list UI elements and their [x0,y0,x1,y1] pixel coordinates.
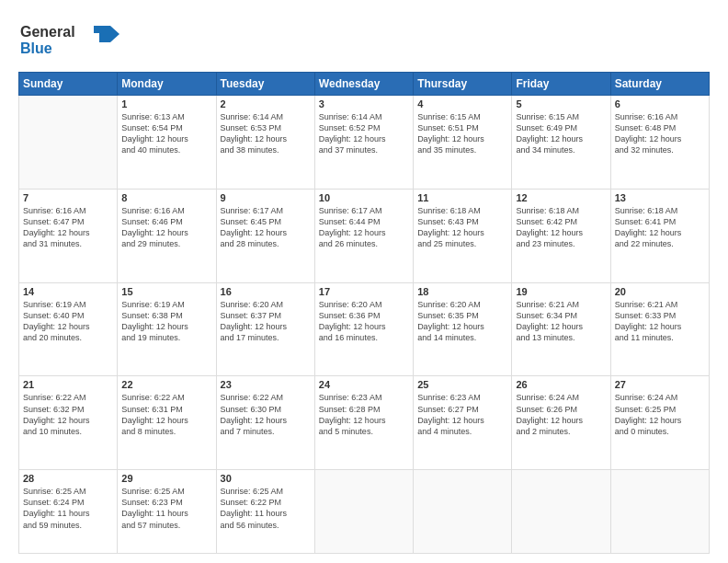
day-info: Sunrise: 6:17 AMSunset: 6:45 PMDaylight:… [221,205,311,250]
day-number: 6 [615,98,705,109]
header: General Blue [18,17,710,64]
day-number: 14 [23,286,113,297]
day-number: 24 [319,379,409,390]
day-info: Sunrise: 6:18 AMSunset: 6:42 PMDaylight:… [516,205,606,250]
calendar-cell [19,96,118,190]
day-number: 10 [319,192,409,203]
weekday-header-row: SundayMondayTuesdayWednesdayThursdayFrid… [19,73,710,96]
calendar-table: SundayMondayTuesdayWednesdayThursdayFrid… [18,72,710,554]
calendar-page: General Blue SundayMondayTuesdayWednesda… [0,0,728,563]
day-info: Sunrise: 6:14 AMSunset: 6:53 PMDaylight:… [221,111,311,156]
day-info: Sunrise: 6:22 AMSunset: 6:30 PMDaylight:… [221,392,311,437]
calendar-cell: 10Sunrise: 6:17 AMSunset: 6:44 PMDayligh… [314,189,413,282]
calendar-cell: 16Sunrise: 6:20 AMSunset: 6:37 PMDayligh… [216,282,314,376]
day-number: 15 [121,286,211,297]
day-number: 20 [615,286,705,297]
calendar-cell [414,470,512,554]
day-info: Sunrise: 6:16 AMSunset: 6:46 PMDaylight:… [121,205,211,250]
calendar-cell: 15Sunrise: 6:19 AMSunset: 6:38 PMDayligh… [118,282,216,376]
day-number: 8 [121,192,211,203]
week-row-1: 1Sunrise: 6:13 AMSunset: 6:54 PMDaylight… [19,96,710,190]
day-info: Sunrise: 6:19 AMSunset: 6:38 PMDaylight:… [121,299,211,344]
calendar-cell: 12Sunrise: 6:18 AMSunset: 6:42 PMDayligh… [512,189,610,282]
weekday-header-friday: Friday [512,73,610,96]
calendar-cell [610,470,709,554]
week-row-2: 7Sunrise: 6:16 AMSunset: 6:47 PMDaylight… [19,189,710,282]
calendar-cell: 21Sunrise: 6:22 AMSunset: 6:32 PMDayligh… [19,376,118,470]
calendar-cell: 7Sunrise: 6:16 AMSunset: 6:47 PMDaylight… [19,189,118,282]
day-number: 1 [121,98,211,109]
day-info: Sunrise: 6:14 AMSunset: 6:52 PMDaylight:… [319,111,409,156]
weekday-header-wednesday: Wednesday [314,73,413,96]
calendar-cell: 24Sunrise: 6:23 AMSunset: 6:28 PMDayligh… [314,376,413,470]
svg-marker-2 [94,26,110,42]
day-info: Sunrise: 6:24 AMSunset: 6:26 PMDaylight:… [516,392,606,437]
calendar-cell [314,470,413,554]
logo-svg: General Blue [18,17,119,61]
day-number: 3 [319,98,409,109]
calendar-cell: 28Sunrise: 6:25 AMSunset: 6:24 PMDayligh… [19,470,118,554]
calendar-cell: 22Sunrise: 6:22 AMSunset: 6:31 PMDayligh… [118,376,216,470]
calendar-cell: 17Sunrise: 6:20 AMSunset: 6:36 PMDayligh… [314,282,413,376]
day-number: 25 [417,379,507,390]
calendar-cell: 25Sunrise: 6:23 AMSunset: 6:27 PMDayligh… [414,376,512,470]
day-number: 9 [221,192,311,203]
calendar-cell: 13Sunrise: 6:18 AMSunset: 6:41 PMDayligh… [610,189,709,282]
calendar-cell: 8Sunrise: 6:16 AMSunset: 6:46 PMDaylight… [118,189,216,282]
day-number: 4 [417,98,507,109]
day-number: 17 [319,286,409,297]
day-info: Sunrise: 6:25 AMSunset: 6:22 PMDaylight:… [221,486,311,531]
day-info: Sunrise: 6:23 AMSunset: 6:27 PMDaylight:… [417,392,507,437]
day-number: 28 [23,473,113,484]
day-number: 26 [516,379,606,390]
calendar-cell: 29Sunrise: 6:25 AMSunset: 6:23 PMDayligh… [118,470,216,554]
day-info: Sunrise: 6:18 AMSunset: 6:41 PMDaylight:… [615,205,705,250]
day-info: Sunrise: 6:20 AMSunset: 6:35 PMDaylight:… [417,299,507,344]
day-number: 13 [615,192,705,203]
calendar-cell: 19Sunrise: 6:21 AMSunset: 6:34 PMDayligh… [512,282,610,376]
svg-marker-3 [110,26,119,42]
calendar-cell: 23Sunrise: 6:22 AMSunset: 6:30 PMDayligh… [216,376,314,470]
weekday-header-monday: Monday [118,73,216,96]
calendar-cell: 4Sunrise: 6:15 AMSunset: 6:51 PMDaylight… [414,96,512,190]
calendar-cell: 30Sunrise: 6:25 AMSunset: 6:22 PMDayligh… [216,470,314,554]
day-info: Sunrise: 6:20 AMSunset: 6:36 PMDaylight:… [319,299,409,344]
calendar-cell: 26Sunrise: 6:24 AMSunset: 6:26 PMDayligh… [512,376,610,470]
calendar-cell: 11Sunrise: 6:18 AMSunset: 6:43 PMDayligh… [414,189,512,282]
day-info: Sunrise: 6:24 AMSunset: 6:25 PMDaylight:… [615,392,705,437]
day-info: Sunrise: 6:25 AMSunset: 6:24 PMDaylight:… [23,486,113,531]
day-number: 23 [221,379,311,390]
day-number: 22 [121,379,211,390]
calendar-cell: 14Sunrise: 6:19 AMSunset: 6:40 PMDayligh… [19,282,118,376]
day-number: 21 [23,379,113,390]
calendar-cell: 2Sunrise: 6:14 AMSunset: 6:53 PMDaylight… [216,96,314,190]
day-info: Sunrise: 6:16 AMSunset: 6:47 PMDaylight:… [23,205,113,250]
day-info: Sunrise: 6:15 AMSunset: 6:49 PMDaylight:… [516,111,606,156]
day-info: Sunrise: 6:15 AMSunset: 6:51 PMDaylight:… [417,111,507,156]
week-row-3: 14Sunrise: 6:19 AMSunset: 6:40 PMDayligh… [19,282,710,376]
day-number: 18 [417,286,507,297]
calendar-cell: 27Sunrise: 6:24 AMSunset: 6:25 PMDayligh… [610,376,709,470]
day-info: Sunrise: 6:20 AMSunset: 6:37 PMDaylight:… [221,299,311,344]
day-number: 19 [516,286,606,297]
day-info: Sunrise: 6:22 AMSunset: 6:32 PMDaylight:… [23,392,113,437]
week-row-5: 28Sunrise: 6:25 AMSunset: 6:24 PMDayligh… [19,470,710,554]
calendar-cell: 5Sunrise: 6:15 AMSunset: 6:49 PMDaylight… [512,96,610,190]
day-number: 30 [221,473,311,484]
day-info: Sunrise: 6:19 AMSunset: 6:40 PMDaylight:… [23,299,113,344]
calendar-cell [512,470,610,554]
calendar-cell: 18Sunrise: 6:20 AMSunset: 6:35 PMDayligh… [414,282,512,376]
calendar-cell: 6Sunrise: 6:16 AMSunset: 6:48 PMDaylight… [610,96,709,190]
day-number: 12 [516,192,606,203]
logo: General Blue [18,17,119,64]
svg-text:General: General [20,24,75,40]
week-row-4: 21Sunrise: 6:22 AMSunset: 6:32 PMDayligh… [19,376,710,470]
calendar-cell: 20Sunrise: 6:21 AMSunset: 6:33 PMDayligh… [610,282,709,376]
weekday-header-sunday: Sunday [19,73,118,96]
day-info: Sunrise: 6:21 AMSunset: 6:33 PMDaylight:… [615,299,705,344]
weekday-header-tuesday: Tuesday [216,73,314,96]
day-number: 27 [615,379,705,390]
day-number: 2 [221,98,311,109]
day-number: 11 [417,192,507,203]
weekday-header-saturday: Saturday [610,73,709,96]
